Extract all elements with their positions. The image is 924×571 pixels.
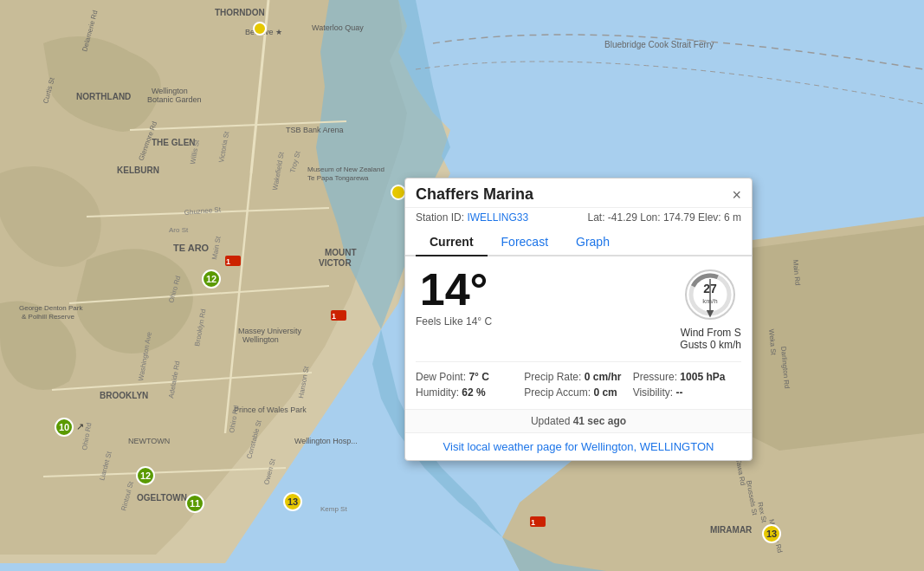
- map-container: 1 1 1 THORNDON Beehive ★ Waterloo Quay N…: [0, 0, 924, 571]
- popup-card: Chaffers Marina × Station ID: IWELLING33…: [404, 178, 753, 461]
- svg-text:VICTOR: VICTOR: [319, 258, 352, 268]
- dew-point-label: Dew Point: 7° C: [416, 371, 524, 383]
- precip-rate: Precip Rate: 0 cm/hr: [524, 371, 632, 383]
- svg-text:Aro St: Aro St: [169, 226, 189, 234]
- weather-main-row: 14° Feels Like 14° C 27 km/h: [416, 267, 741, 351]
- svg-text:Botanic Garden: Botanic Garden: [147, 95, 202, 104]
- svg-text:& Polhill Reserve: & Polhill Reserve: [22, 313, 74, 321]
- svg-text:NORTHLAND: NORTHLAND: [76, 92, 131, 101]
- popup-station-row: Station ID: IWELLING33 Lat: -41.29 Lon: …: [405, 208, 752, 229]
- svg-text:Prince of Wales Park: Prince of Wales Park: [234, 406, 307, 414]
- wind-section: 27 km/h Wind From S Gusts 0 km/h: [680, 267, 741, 351]
- marker-10[interactable]: 10: [55, 418, 74, 437]
- tab-graph[interactable]: Graph: [562, 229, 624, 256]
- svg-text:MOUNT: MOUNT: [325, 248, 357, 257]
- svg-text:THE GLEN: THE GLEN: [152, 138, 196, 147]
- svg-text:THORNDON: THORNDON: [215, 8, 265, 17]
- svg-text:TSB Bank Arena: TSB Bank Arena: [286, 126, 344, 134]
- svg-text:NEWTOWN: NEWTOWN: [128, 437, 170, 445]
- svg-text:1: 1: [531, 518, 535, 527]
- feels-like: Feels Like 14° C: [416, 315, 492, 328]
- popup-title: Chaffers Marina: [416, 185, 533, 204]
- popup-header: Chaffers Marina ×: [405, 178, 752, 208]
- marker-12b[interactable]: 12: [136, 466, 155, 485]
- visibility: Visibility: --: [633, 386, 741, 399]
- svg-text:KELBURN: KELBURN: [117, 165, 159, 175]
- svg-text:Waterloo Quay: Waterloo Quay: [312, 23, 364, 32]
- humidity: Humidity: 62 %: [416, 386, 524, 399]
- svg-text:OGELTOWN: OGELTOWN: [137, 493, 187, 503]
- updated-row: Updated 41 sec ago: [405, 409, 752, 432]
- svg-text:Te Papa Tongarewa: Te Papa Tongarewa: [307, 174, 369, 182]
- marker-13a[interactable]: 13: [283, 492, 302, 511]
- svg-text:Wellington: Wellington: [152, 87, 188, 95]
- tab-forecast[interactable]: Forecast: [488, 229, 562, 256]
- marker-11[interactable]: 11: [185, 494, 204, 513]
- svg-text:TE ARO: TE ARO: [173, 243, 210, 253]
- precip-accum: Precip Accum: 0 cm: [524, 386, 632, 399]
- wind-info: Wind From S Gusts 0 km/h: [680, 327, 741, 351]
- svg-text:Wellington: Wellington: [242, 335, 279, 344]
- svg-text:BROOKLYN: BROOKLYN: [100, 391, 148, 400]
- wind-gauge-svg: 27 km/h: [682, 267, 739, 323]
- svg-text:Kemp St: Kemp St: [320, 505, 347, 513]
- coords: Lat: -41.29 Lon: 174.79 Elev: 6 m: [588, 211, 741, 224]
- marker-beehive[interactable]: [253, 22, 267, 36]
- pressure: Pressure: 1005 hPa: [633, 371, 741, 383]
- svg-text:1: 1: [226, 257, 230, 266]
- marker-12a[interactable]: 12: [202, 269, 221, 289]
- weather-details: Dew Point: 7° C Precip Rate: 0 cm/hr Pre…: [416, 361, 741, 399]
- svg-text:MIRAMAR: MIRAMAR: [710, 525, 753, 535]
- station-label: Station ID: IWELLING33: [416, 211, 528, 224]
- current-section: 14° Feels Like 14° C 27 km/h: [405, 256, 752, 409]
- marker-13b[interactable]: 13: [762, 524, 781, 543]
- popup-tabs: Current Forecast Graph: [405, 229, 752, 256]
- station-id-link[interactable]: IWELLING33: [467, 211, 528, 224]
- close-button[interactable]: ×: [732, 187, 741, 203]
- svg-text:Bluebridge Cook Strait Ferry: Bluebridge Cook Strait Ferry: [604, 40, 714, 49]
- visit-weather-link[interactable]: Visit local weather page for Wellington,…: [443, 440, 714, 453]
- visit-link-row: Visit local weather page for Wellington,…: [405, 432, 752, 460]
- tab-current[interactable]: Current: [416, 229, 488, 256]
- updated-time: 41 sec ago: [573, 415, 626, 427]
- temperature-value: 14°: [420, 267, 488, 312]
- svg-text:1: 1: [332, 312, 336, 321]
- svg-text:Massey University: Massey University: [238, 327, 302, 335]
- svg-text:Wellington Hosp...: Wellington Hosp...: [294, 437, 358, 445]
- wind-from: Wind From S: [680, 327, 741, 339]
- svg-text:Museum of New Zealand: Museum of New Zealand: [307, 165, 384, 173]
- temp-section: 14° Feels Like 14° C: [416, 267, 492, 328]
- wind-gusts: Gusts 0 km/h: [680, 339, 741, 351]
- svg-text:George Denton Park: George Denton Park: [19, 304, 83, 312]
